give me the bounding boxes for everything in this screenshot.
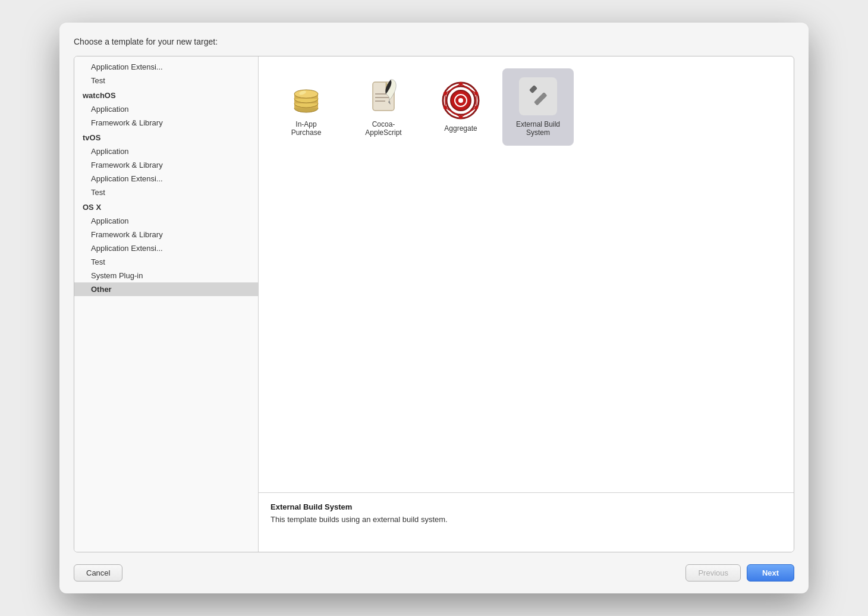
sidebar-item-tvos-framework[interactable]: Framework & Library (74, 158, 258, 172)
template-external-build-system[interactable]: External Build System (502, 68, 574, 146)
sidebar-section-osx: OS X (74, 199, 258, 214)
description-area: External Build System This template buil… (259, 492, 794, 552)
sidebar-item-top-test[interactable]: Test (74, 74, 258, 87)
sidebar-item-tvos-extension[interactable]: Application Extensi... (74, 172, 258, 186)
sidebar-item-osx-test[interactable]: Test (74, 255, 258, 269)
svg-point-19 (458, 98, 463, 103)
template-in-app-purchase[interactable]: In-App Purchase (271, 68, 342, 146)
ebs-icon (519, 77, 557, 115)
aggregate-icon (442, 81, 480, 120)
cancel-button[interactable]: Cancel (74, 564, 122, 582)
template-label-cocoa-applescript: Cocoa- AppleScript (365, 120, 401, 137)
template-label-aggregate: Aggregate (444, 124, 477, 133)
coins-icon (287, 77, 325, 115)
sidebar: Application Extensi... Test watchOS Appl… (74, 56, 259, 552)
sidebar-section-other[interactable]: Other (74, 282, 258, 296)
dialog-title: Choose a template for your new target: (74, 37, 794, 46)
content-area: In-App Purchase (259, 56, 794, 552)
sidebar-item-top-extension[interactable]: Application Extensi... (74, 60, 258, 74)
sidebar-item-watchos-app[interactable]: Application (74, 102, 258, 116)
svg-point-6 (294, 90, 318, 98)
sidebar-item-watchos-framework[interactable]: Framework & Library (74, 116, 258, 130)
sidebar-section-tvos: tvOS (74, 130, 258, 144)
hammer-icon (526, 84, 550, 108)
sidebar-item-osx-framework[interactable]: Framework & Library (74, 228, 258, 241)
main-area: Application Extensi... Test watchOS Appl… (74, 56, 794, 552)
svg-rect-33 (529, 85, 537, 93)
sidebar-item-osx-plugin[interactable]: System Plug-in (74, 269, 258, 282)
template-dialog: Choose a template for your new target: A… (59, 23, 809, 593)
sidebar-item-osx-extension[interactable]: Application Extensi... (74, 241, 258, 255)
sidebar-item-tvos-test[interactable]: Test (74, 186, 258, 199)
templates-grid: In-App Purchase (259, 56, 794, 492)
cocoa-icon (364, 77, 402, 115)
template-aggregate[interactable]: Aggregate (425, 68, 496, 146)
description-text: This template builds using an external b… (271, 515, 782, 524)
description-title: External Build System (271, 502, 782, 511)
template-label-ebs: External Build System (516, 120, 560, 137)
previous-button[interactable]: Previous (685, 564, 741, 582)
sidebar-item-osx-app[interactable]: Application (74, 214, 258, 228)
svg-rect-32 (534, 92, 548, 106)
nav-buttons: Previous Next (685, 564, 794, 582)
template-cocoa-applescript[interactable]: Cocoa- AppleScript (348, 68, 419, 146)
sidebar-section-watchos: watchOS (74, 87, 258, 102)
template-label-in-app-purchase: In-App Purchase (291, 120, 322, 137)
footer: Cancel Previous Next (74, 564, 794, 582)
sidebar-item-tvos-app[interactable]: Application (74, 144, 258, 158)
next-button[interactable]: Next (747, 564, 794, 582)
